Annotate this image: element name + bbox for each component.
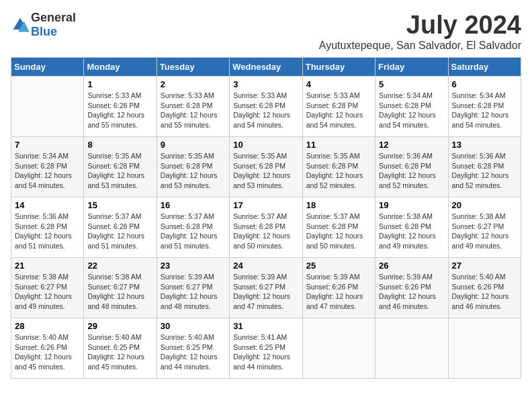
calendar-cell: 27Sunrise: 5:40 AM Sunset: 6:26 PM Dayli…	[448, 258, 521, 318]
calendar-day-header: Tuesday	[157, 58, 229, 77]
calendar-day-header: Saturday	[448, 58, 521, 77]
day-number: 17	[233, 200, 298, 210]
page-header: General Blue July 2024 Ayutuxtepeque, Sa…	[11, 11, 521, 52]
calendar-cell: 3Sunrise: 5:33 AM Sunset: 6:28 PM Daylig…	[230, 77, 302, 137]
day-info: Sunrise: 5:33 AM Sunset: 6:28 PM Dayligh…	[87, 91, 152, 130]
calendar-cell: 6Sunrise: 5:34 AM Sunset: 6:28 PM Daylig…	[448, 77, 521, 137]
day-number: 27	[452, 261, 517, 271]
calendar-cell: 20Sunrise: 5:38 AM Sunset: 6:27 PM Dayli…	[448, 197, 521, 258]
day-info: Sunrise: 5:33 AM Sunset: 6:28 PM Dayligh…	[306, 91, 371, 130]
calendar-cell: 5Sunrise: 5:34 AM Sunset: 6:28 PM Daylig…	[375, 77, 448, 137]
location-title: Ayutuxtepeque, San Salvador, El Salvador	[319, 40, 521, 52]
day-info: Sunrise: 5:37 AM Sunset: 6:28 PM Dayligh…	[306, 212, 371, 251]
day-number: 24	[233, 261, 298, 271]
day-info: Sunrise: 5:39 AM Sunset: 6:27 PM Dayligh…	[161, 272, 226, 312]
calendar-cell: 11Sunrise: 5:35 AM Sunset: 6:28 PM Dayli…	[302, 137, 375, 197]
day-info: Sunrise: 5:39 AM Sunset: 6:26 PM Dayligh…	[306, 272, 371, 312]
calendar-cell: 17Sunrise: 5:37 AM Sunset: 6:28 PM Dayli…	[230, 197, 302, 258]
day-info: Sunrise: 5:36 AM Sunset: 6:28 PM Dayligh…	[15, 212, 80, 251]
day-info: Sunrise: 5:36 AM Sunset: 6:28 PM Dayligh…	[379, 151, 444, 191]
calendar-day-header: Thursday	[302, 58, 375, 77]
day-info: Sunrise: 5:35 AM Sunset: 6:28 PM Dayligh…	[87, 151, 152, 191]
day-info: Sunrise: 5:40 AM Sunset: 6:25 PM Dayligh…	[87, 332, 152, 372]
calendar-cell: 15Sunrise: 5:37 AM Sunset: 6:28 PM Dayli…	[84, 197, 157, 258]
day-number: 4	[306, 79, 371, 89]
calendar-cell	[448, 318, 521, 379]
calendar-cell: 8Sunrise: 5:35 AM Sunset: 6:28 PM Daylig…	[84, 137, 157, 197]
logo-icon	[11, 15, 30, 34]
day-info: Sunrise: 5:37 AM Sunset: 6:28 PM Dayligh…	[161, 212, 226, 251]
calendar-cell: 7Sunrise: 5:34 AM Sunset: 6:28 PM Daylig…	[11, 137, 84, 197]
day-number: 31	[233, 321, 298, 331]
day-info: Sunrise: 5:35 AM Sunset: 6:28 PM Dayligh…	[233, 151, 298, 191]
day-number: 10	[233, 140, 298, 150]
day-number: 29	[87, 321, 152, 331]
calendar-header-row: SundayMondayTuesdayWednesdayThursdayFrid…	[11, 58, 521, 77]
calendar-cell: 30Sunrise: 5:40 AM Sunset: 6:25 PM Dayli…	[157, 318, 229, 379]
month-title: July 2024	[319, 11, 521, 40]
calendar-table: SundayMondayTuesdayWednesdayThursdayFrid…	[11, 57, 521, 379]
day-number: 8	[87, 140, 152, 150]
day-number: 15	[87, 200, 152, 210]
day-info: Sunrise: 5:34 AM Sunset: 6:28 PM Dayligh…	[452, 91, 517, 130]
day-info: Sunrise: 5:37 AM Sunset: 6:28 PM Dayligh…	[233, 212, 298, 251]
calendar-cell: 1Sunrise: 5:33 AM Sunset: 6:28 PM Daylig…	[84, 77, 157, 137]
day-number: 16	[161, 200, 226, 210]
day-number: 18	[306, 200, 371, 210]
day-info: Sunrise: 5:38 AM Sunset: 6:27 PM Dayligh…	[87, 272, 152, 312]
calendar-cell: 12Sunrise: 5:36 AM Sunset: 6:28 PM Dayli…	[375, 137, 448, 197]
day-info: Sunrise: 5:40 AM Sunset: 6:26 PM Dayligh…	[15, 332, 80, 372]
day-number: 7	[15, 140, 80, 150]
calendar-cell: 31Sunrise: 5:41 AM Sunset: 6:25 PM Dayli…	[230, 318, 302, 379]
calendar-week-row: 14Sunrise: 5:36 AM Sunset: 6:28 PM Dayli…	[11, 197, 521, 258]
calendar-cell: 23Sunrise: 5:39 AM Sunset: 6:27 PM Dayli…	[157, 258, 229, 318]
day-info: Sunrise: 5:39 AM Sunset: 6:27 PM Dayligh…	[233, 272, 298, 312]
calendar-cell: 14Sunrise: 5:36 AM Sunset: 6:28 PM Dayli…	[11, 197, 84, 258]
day-info: Sunrise: 5:40 AM Sunset: 6:26 PM Dayligh…	[452, 272, 517, 312]
calendar-week-row: 21Sunrise: 5:38 AM Sunset: 6:27 PM Dayli…	[11, 258, 521, 318]
day-info: Sunrise: 5:34 AM Sunset: 6:28 PM Dayligh…	[15, 151, 80, 191]
day-number: 25	[306, 261, 371, 271]
day-number: 9	[161, 140, 226, 150]
calendar-day-header: Sunday	[11, 58, 84, 77]
day-number: 1	[87, 79, 152, 89]
calendar-day-header: Wednesday	[230, 58, 302, 77]
calendar-cell: 10Sunrise: 5:35 AM Sunset: 6:28 PM Dayli…	[230, 137, 302, 197]
day-info: Sunrise: 5:40 AM Sunset: 6:25 PM Dayligh…	[161, 332, 226, 372]
logo: General Blue	[11, 11, 76, 39]
calendar-cell	[375, 318, 448, 379]
day-info: Sunrise: 5:39 AM Sunset: 6:26 PM Dayligh…	[379, 272, 444, 312]
day-number: 26	[379, 261, 444, 271]
calendar-cell: 21Sunrise: 5:38 AM Sunset: 6:27 PM Dayli…	[11, 258, 84, 318]
calendar-week-row: 1Sunrise: 5:33 AM Sunset: 6:28 PM Daylig…	[11, 77, 521, 137]
calendar-cell: 18Sunrise: 5:37 AM Sunset: 6:28 PM Dayli…	[302, 197, 375, 258]
calendar-cell: 19Sunrise: 5:38 AM Sunset: 6:28 PM Dayli…	[375, 197, 448, 258]
day-number: 23	[161, 261, 226, 271]
day-number: 21	[15, 261, 80, 271]
calendar-cell: 25Sunrise: 5:39 AM Sunset: 6:26 PM Dayli…	[302, 258, 375, 318]
day-number: 12	[379, 140, 444, 150]
calendar-cell	[11, 77, 84, 137]
calendar-cell: 9Sunrise: 5:35 AM Sunset: 6:28 PM Daylig…	[157, 137, 229, 197]
day-info: Sunrise: 5:38 AM Sunset: 6:27 PM Dayligh…	[452, 212, 517, 251]
day-number: 14	[15, 200, 80, 210]
day-info: Sunrise: 5:34 AM Sunset: 6:28 PM Dayligh…	[379, 91, 444, 130]
day-info: Sunrise: 5:35 AM Sunset: 6:28 PM Dayligh…	[306, 151, 371, 191]
calendar-cell: 29Sunrise: 5:40 AM Sunset: 6:25 PM Dayli…	[84, 318, 157, 379]
calendar-cell: 4Sunrise: 5:33 AM Sunset: 6:28 PM Daylig…	[302, 77, 375, 137]
calendar-week-row: 7Sunrise: 5:34 AM Sunset: 6:28 PM Daylig…	[11, 137, 521, 197]
day-number: 20	[452, 200, 517, 210]
calendar-week-row: 28Sunrise: 5:40 AM Sunset: 6:26 PM Dayli…	[11, 318, 521, 379]
day-info: Sunrise: 5:33 AM Sunset: 6:28 PM Dayligh…	[161, 91, 226, 130]
calendar-day-header: Friday	[375, 58, 448, 77]
calendar-cell	[302, 318, 375, 379]
day-number: 30	[161, 321, 226, 331]
calendar-cell: 22Sunrise: 5:38 AM Sunset: 6:27 PM Dayli…	[84, 258, 157, 318]
calendar-day-header: Monday	[84, 58, 157, 77]
day-number: 2	[161, 79, 226, 89]
calendar-cell: 2Sunrise: 5:33 AM Sunset: 6:28 PM Daylig…	[157, 77, 229, 137]
title-section: July 2024 Ayutuxtepeque, San Salvador, E…	[319, 11, 521, 52]
day-number: 5	[379, 79, 444, 89]
day-info: Sunrise: 5:37 AM Sunset: 6:28 PM Dayligh…	[87, 212, 152, 251]
day-number: 3	[233, 79, 298, 89]
